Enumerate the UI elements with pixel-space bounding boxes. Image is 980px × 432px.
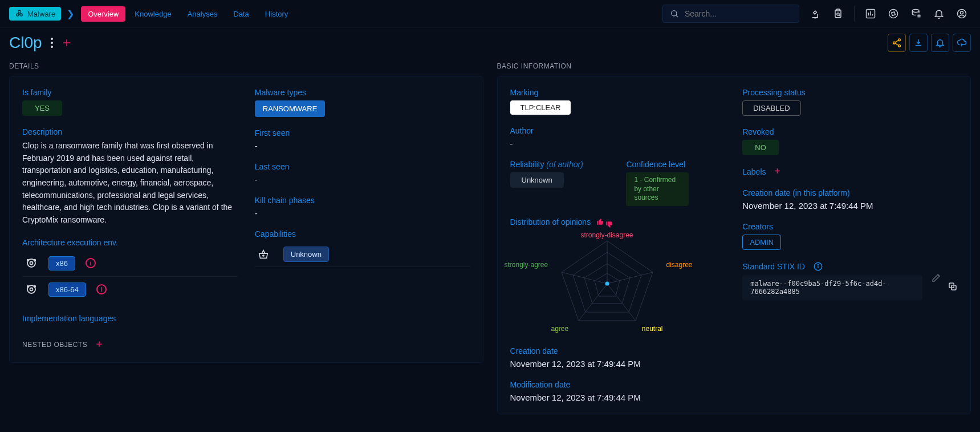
svg-line-43 — [607, 272, 653, 284]
info-icon[interactable]: i — [96, 284, 107, 294]
svg-point-2 — [17, 14, 19, 16]
radar-strongly-agree: strongly-agree — [505, 261, 548, 269]
description-text: Clop is a ransomware family that was fir… — [22, 140, 238, 227]
svg-point-28 — [30, 262, 33, 265]
platform-creation-value: November 12, 2023 at 7:49:44 PM — [742, 201, 958, 211]
basic-info-panel: Marking TLP:CLEAR Author - Reliability (… — [497, 76, 971, 414]
add-button[interactable] — [62, 38, 72, 48]
tab-overview[interactable]: Overview — [81, 6, 125, 22]
page-title: Cl0p — [9, 34, 42, 52]
description-label: Description — [22, 127, 238, 136]
marking-chip[interactable]: TLP:CLEAR — [510, 100, 571, 115]
breadcrumb-root[interactable]: Malware — [9, 7, 61, 21]
clipboard-search-icon[interactable] — [829, 5, 847, 23]
arch-label: Architecture execution env. — [22, 238, 238, 247]
labels-label: Labels — [742, 167, 766, 176]
radar-disagree: disagree — [666, 261, 692, 269]
arch-row-x86: x86 i — [22, 251, 238, 277]
info-icon[interactable]: i — [86, 258, 96, 268]
radar-agree: agree — [551, 325, 569, 333]
svg-point-33 — [27, 286, 29, 288]
tab-knowledge[interactable]: Knowledge — [128, 6, 178, 22]
microscope-icon[interactable] — [806, 5, 824, 23]
more-menu-button[interactable] — [50, 37, 54, 49]
confidence-chip: 1 - Confirmed by other sources — [626, 172, 689, 206]
radar-neutral: neutral — [642, 325, 663, 333]
details-column: DETAILS Is family YES Description Clop i… — [9, 62, 483, 414]
radar-strongly-disagree: strongly-disagree — [580, 231, 633, 239]
svg-point-22 — [898, 39, 901, 41]
breadcrumb-root-label: Malware — [27, 10, 55, 18]
processing-label: Processing status — [742, 88, 958, 97]
tab-history[interactable]: History — [258, 6, 295, 22]
main-content: DETAILS Is family YES Description Clop i… — [0, 62, 980, 426]
confidence-label: Confidence level — [626, 160, 725, 169]
svg-point-23 — [893, 42, 896, 44]
is-family-value: YES — [22, 100, 62, 116]
modification-date-value: November 12, 2023 at 7:49:44 PM — [510, 393, 726, 402]
malware-types-label: Malware types — [255, 88, 470, 97]
last-seen-label: Last seen — [255, 162, 470, 171]
explore-icon[interactable] — [884, 5, 902, 23]
title-row: Cl0p — [0, 28, 980, 62]
creator-chip[interactable]: ADMIN — [742, 235, 781, 250]
svg-point-14 — [918, 15, 920, 17]
enrich-button[interactable] — [953, 34, 971, 52]
details-heading: DETAILS — [9, 62, 483, 70]
svg-point-34 — [34, 286, 36, 288]
opinions-vote-button[interactable] — [596, 218, 613, 226]
nested-add-button[interactable] — [95, 339, 103, 351]
malware-type-chip[interactable]: RANSOMWARE — [255, 100, 326, 117]
svg-point-47 — [605, 281, 609, 285]
svg-point-1 — [18, 10, 21, 13]
account-icon[interactable] — [953, 5, 971, 23]
svg-line-25 — [895, 41, 898, 42]
labels-add-button[interactable] — [774, 167, 781, 176]
reliability-label: Reliability (of author) — [510, 160, 609, 169]
first-seen-label: First seen — [255, 128, 470, 138]
title-actions — [888, 34, 971, 52]
search-box[interactable] — [662, 5, 799, 23]
edit-stix-button[interactable] — [932, 273, 941, 284]
tab-analyses[interactable]: Analyses — [181, 6, 225, 22]
share-button[interactable] — [888, 34, 906, 52]
svg-point-17 — [51, 38, 53, 40]
database-settings-icon[interactable] — [907, 5, 925, 23]
basic-info-column: BASIC INFORMATION Marking TLP:CLEAR Auth… — [497, 62, 971, 414]
info-icon[interactable] — [813, 261, 823, 272]
impl-lang-label: Implementation languages — [22, 314, 238, 323]
marking-label: Marking — [510, 88, 726, 97]
svg-line-45 — [579, 284, 607, 321]
svg-point-52 — [818, 264, 819, 265]
svg-point-3 — [20, 14, 22, 16]
svg-point-37 — [263, 255, 264, 256]
svg-point-18 — [51, 42, 53, 44]
last-seen-value: - — [255, 175, 470, 184]
arch-chip-x86[interactable]: x86 — [48, 256, 75, 270]
basic-info-heading: BASIC INFORMATION — [497, 62, 971, 70]
breadcrumb: Malware ❯ — [9, 7, 74, 21]
svg-marker-12 — [892, 12, 896, 16]
svg-point-19 — [51, 46, 53, 48]
copy-stix-button[interactable] — [948, 281, 958, 293]
capability-chip[interactable]: Unknown — [283, 247, 329, 262]
modification-date-label: Modification date — [510, 380, 726, 389]
kill-chain-label: Kill chain phases — [255, 196, 470, 205]
dashboard-icon[interactable] — [861, 5, 880, 23]
processing-chip[interactable]: DISABLED — [742, 100, 800, 116]
svg-line-26 — [895, 43, 898, 45]
bell-icon[interactable] — [930, 5, 948, 23]
arch-row-x86-64: x86-64 i — [22, 277, 238, 302]
svg-point-29 — [27, 260, 29, 261]
search-icon — [670, 9, 679, 19]
tab-data[interactable]: Data — [226, 6, 255, 22]
svg-point-13 — [912, 10, 919, 13]
search-input[interactable] — [684, 9, 792, 19]
arch-chip-x86-64[interactable]: x86-64 — [48, 282, 86, 297]
svg-point-8 — [837, 13, 839, 15]
svg-point-11 — [889, 10, 898, 18]
download-button[interactable] — [909, 34, 928, 52]
author-value: - — [510, 139, 726, 148]
subscribe-button[interactable] — [931, 34, 949, 52]
nested-objects-label: NESTED OBJECTS — [22, 341, 87, 349]
